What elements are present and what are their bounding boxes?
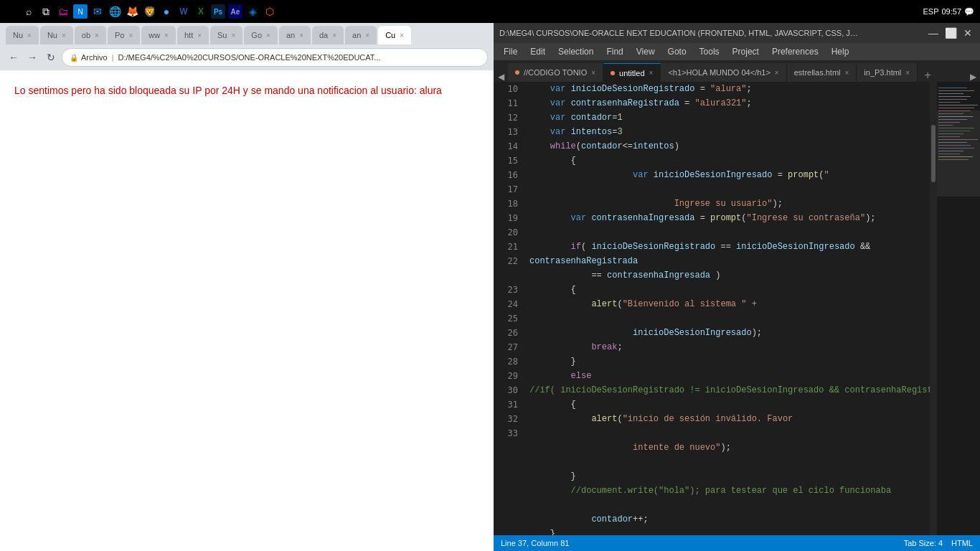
code-line-14: while(contador<=intentos): [529, 139, 930, 154]
tab-in-p3[interactable]: in_P3.html ×: [857, 63, 918, 82]
excel-icon[interactable]: X: [194, 4, 208, 19]
svg-rect-6: [938, 105, 978, 105]
forward-button[interactable]: →: [24, 50, 40, 65]
taskview-icon[interactable]: ⧉: [39, 4, 53, 19]
tab-close-4[interactable]: ×: [845, 69, 849, 77]
editor-scrollbar[interactable]: [930, 82, 937, 535]
notification-icon[interactable]: 💬: [964, 7, 974, 17]
code-line-24: {: [529, 397, 930, 412]
store-icon[interactable]: N: [73, 4, 88, 19]
sublime-icon[interactable]: ⬡: [263, 4, 277, 19]
back-button[interactable]: ←: [6, 50, 22, 65]
code-line-20b: inicioDeSesionIngresado);: [529, 326, 930, 340]
menu-preferences[interactable]: Preferences: [766, 45, 824, 58]
code-line-16b: Ingrese su usuario");: [529, 197, 930, 211]
files-app-icon[interactable]: 🗂: [56, 4, 70, 19]
tab-codigo-tonio[interactable]: //CODIGO TONIO ×: [508, 63, 603, 82]
windows-icon[interactable]: ⊞: [4, 4, 19, 19]
tab-close-2[interactable]: ×: [649, 69, 654, 77]
ps-icon[interactable]: Ps: [211, 4, 225, 19]
code-line-23: else//if( inicioDeSesionRegistrado != in…: [529, 369, 930, 397]
svg-rect-1: [938, 90, 974, 91]
ae-icon[interactable]: Ae: [228, 4, 242, 19]
close-button[interactable]: ✕: [961, 27, 974, 39]
mail-icon[interactable]: ✉: [90, 4, 105, 19]
tab-close-1[interactable]: ×: [591, 69, 595, 77]
browser-tab-7[interactable]: Su×: [210, 26, 242, 44]
code-line-16: var inicioDeSesionIngresado = prompt(": [529, 168, 930, 197]
chrome-icon[interactable]: ●: [159, 4, 174, 19]
browser-tab-8[interactable]: Go×: [244, 26, 278, 44]
tab-nav-next[interactable]: ▶: [966, 72, 980, 82]
clock: 09:57: [941, 7, 961, 16]
editor-window-controls: — ⬜ ✕: [927, 27, 974, 39]
maximize-button[interactable]: ⬜: [944, 27, 957, 39]
menu-file[interactable]: File: [498, 45, 523, 58]
tab-close-5[interactable]: ×: [905, 69, 910, 77]
editor-window: D:\MEG4\ CURSOS\ONE-ORACLE NEXT EDUCATIO…: [494, 23, 980, 551]
browser-tab-strip: Nu× Nu× ob× Po× ww× htt× Su× Go× an× da×…: [0, 23, 494, 44]
browser-tab-6[interactable]: htt×: [177, 26, 209, 44]
word-icon[interactable]: W: [176, 4, 191, 19]
taskbar-right: ESP 09:57 💬: [923, 7, 980, 17]
browser-tab-11[interactable]: an×: [345, 26, 377, 44]
browser-tab-9[interactable]: an×: [279, 26, 311, 44]
minimap-viewport: [937, 110, 980, 197]
svg-rect-2: [938, 93, 963, 94]
vscode-icon[interactable]: ◈: [245, 4, 260, 19]
tab-size: Tab Size: 4: [904, 539, 943, 547]
refresh-button[interactable]: ↻: [43, 50, 59, 65]
statusbar-left: Line 37, Column 81: [501, 539, 569, 547]
tab-add-button[interactable]: +: [918, 69, 938, 82]
code-line-30: }: [529, 527, 930, 535]
code-line-21: break;: [529, 340, 930, 354]
code-line-25b: intente de nuevo");: [529, 441, 930, 455]
code-line-13: var intentos=3: [529, 125, 930, 139]
code-line-18b: == contrasenhaIngresada ): [529, 268, 930, 283]
language-mode: HTML: [951, 539, 973, 547]
edge-icon[interactable]: 🌐: [108, 4, 122, 19]
menu-selection[interactable]: Selection: [552, 45, 599, 58]
menu-project[interactable]: Project: [727, 45, 765, 58]
code-line-22: }: [529, 354, 930, 369]
code-line-10: var inicioDeSesionRegistrado = "alura";: [529, 82, 930, 96]
editor-titlebar: D:\MEG4\ CURSOS\ONE-ORACLE NEXT EDUCATIO…: [494, 23, 980, 43]
svg-rect-3: [938, 96, 971, 97]
tab-estrellas[interactable]: estrellas.html ×: [787, 63, 857, 82]
menu-goto[interactable]: Goto: [662, 45, 692, 58]
address-bar[interactable]: 🔒 Archivo | D:/MEG4/%C2%A0%20CURSOS/ONE-…: [62, 48, 488, 67]
statusbar-right: Tab Size: 4 HTML: [904, 539, 973, 547]
tab-close-3[interactable]: ×: [775, 69, 779, 77]
browser-tab-4[interactable]: Po×: [108, 26, 140, 44]
brave-icon[interactable]: 🦁: [142, 4, 156, 19]
search-icon[interactable]: ⌕: [22, 4, 36, 19]
scrollbar-thumb[interactable]: [931, 125, 936, 182]
browser-tab-2[interactable]: Nu×: [40, 26, 73, 44]
browser-tab-active[interactable]: Cu×: [378, 26, 411, 44]
browser-tab-3[interactable]: ob×: [75, 26, 106, 44]
code-line-25: alert("inicio de sesión inválido. Favor: [529, 412, 930, 441]
browser-tab-10[interactable]: da×: [312, 26, 344, 44]
svg-rect-4: [938, 99, 967, 100]
menu-tools[interactable]: Tools: [694, 45, 725, 58]
taskbar: ⊞ ⌕ ⧉ 🗂 N ✉ 🌐 🦊 🦁 ● W X Ps Ae ◈ ⬡ ESP 09…: [0, 0, 980, 23]
menu-view[interactable]: View: [631, 45, 661, 58]
browser-tab-1[interactable]: Nu×: [6, 26, 39, 44]
line-numbers: 10 11 12 13 14 15 16 17 18 19 20 21 22 2…: [494, 82, 524, 535]
code-line-28: //document.write("hola"); para testear q…: [529, 484, 930, 512]
menu-help[interactable]: Help: [826, 45, 855, 58]
firefox-icon[interactable]: 🦊: [125, 4, 139, 19]
browser-tab-5[interactable]: ww×: [141, 26, 176, 44]
tab-nav-prev[interactable]: ◀: [494, 72, 508, 82]
menu-find[interactable]: Find: [600, 45, 628, 58]
code-line-27: }: [529, 469, 930, 484]
cursor-position: Line 37, Column 81: [501, 539, 569, 547]
minimize-button[interactable]: —: [927, 27, 940, 39]
menu-edit[interactable]: Edit: [524, 45, 551, 58]
code-content[interactable]: var inicioDeSesionRegistrado = "alura"; …: [524, 82, 930, 535]
code-line-20: alert("Bienvenido al sistema " +: [529, 297, 930, 326]
tab-untitled[interactable]: untitled ×: [603, 63, 661, 82]
editor-title-text: D:\MEG4\ CURSOS\ONE-ORACLE NEXT EDUCATIO…: [499, 29, 858, 37]
tab-hola-mundo[interactable]: <h1>HOLA MUNDO 04</h1> ×: [661, 63, 786, 82]
editor-tab-strip: ◀ //CODIGO TONIO × untitled × <h1>HOLA M…: [494, 60, 980, 82]
